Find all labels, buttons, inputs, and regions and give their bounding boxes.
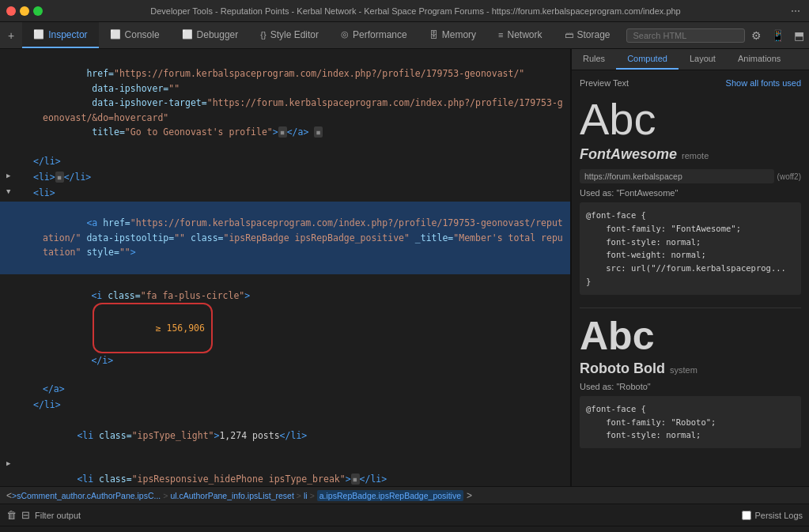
tab-network[interactable]: ≡ Network	[487, 22, 553, 48]
toolbar: + ⬜ Inspector ⬜ Console ⬜ Debugger {} St…	[0, 22, 809, 49]
main-tabs: ⬜ Inspector ⬜ Console ⬜ Debugger {} Styl…	[22, 22, 621, 48]
used-as-1: Used as: "FontAwesome"	[580, 188, 801, 198]
persist-logs-checkbox[interactable]	[742, 511, 751, 520]
font-url-1: https://forum.kerbalspacep	[580, 169, 774, 183]
performance-icon: ◎	[341, 29, 349, 40]
minimize-button[interactable]	[20, 6, 29, 16]
font-preview-1: Abc	[580, 97, 801, 141]
title-bar: Developer Tools - Reputation Points - Ke…	[0, 0, 809, 22]
html-line: ▶ <li>▪</li>	[0, 170, 570, 186]
network-icon: ≡	[498, 30, 503, 40]
tab-layout[interactable]: Layout	[679, 49, 727, 70]
search-input[interactable]	[626, 28, 745, 43]
show-fonts-link[interactable]: Show all fonts used	[726, 78, 801, 88]
window-controls	[6, 6, 43, 16]
font-name-row-1: FontAwesome remote	[580, 146, 801, 164]
debugger-icon: ⬜	[182, 29, 193, 40]
font-face-code-2: @font-face { font-family: "Roboto"; font…	[580, 396, 801, 448]
tab-memory[interactable]: 🗄 Memory	[418, 22, 487, 48]
tab-debugger[interactable]: ⬜ Debugger	[171, 22, 250, 48]
maximize-button[interactable]	[33, 6, 43, 16]
breadcrumb-item-3[interactable]: li	[304, 491, 308, 500]
preview-text-label: Preview Text	[580, 78, 629, 88]
tab-console[interactable]: ⬜ Console	[99, 22, 171, 48]
breadcrumb-forward[interactable]: >	[467, 490, 472, 501]
detach-button[interactable]: ⋯	[788, 6, 803, 17]
breadcrumb-back[interactable]: <	[6, 490, 12, 501]
tab-performance[interactable]: ◎ Performance	[330, 22, 418, 48]
font-url-row-1: https://forum.kerbalspacep (woff2)	[580, 169, 801, 183]
breadcrumb-active[interactable]: a.ipsRepBadge.ipsRepBadge_positive	[317, 490, 463, 501]
tab-style-editor[interactable]: {} Style Editor	[249, 22, 330, 48]
persist-logs-row: Persist Logs	[742, 511, 803, 520]
html-line-highlighted: <a href="https://forum.kerbalspaceprogra…	[0, 202, 570, 274]
console-warning-area: This is a browser feature intended for d…	[0, 526, 809, 532]
reputation-number: ≥ 156,906	[93, 303, 213, 353]
breadcrumb-item-2[interactable]: ul.cAuthorPane_info.ipsList_reset	[170, 491, 293, 500]
main-content: href="https://forum.kerbalspaceprogram.c…	[0, 49, 809, 486]
responsive-button[interactable]: 📱	[768, 28, 788, 43]
html-line: </li>	[0, 154, 570, 170]
html-line-number: <i class="fa fa-plus-circle"> ≥ 156,906 …	[0, 274, 570, 383]
dock-button[interactable]: ⬒	[791, 28, 807, 43]
font-name-1: FontAwesome	[580, 146, 677, 163]
toolbar-left: +	[0, 22, 22, 48]
trash-icon[interactable]: 🗑	[6, 509, 17, 521]
used-as-2: Used as: "Roboto"	[580, 382, 801, 391]
right-panel: Rules Computed Layout Animations Preview…	[572, 49, 809, 486]
breadcrumb-item-1[interactable]: >sComment_author.cAuthorPane.ipsC...	[12, 491, 161, 500]
settings-button[interactable]: ⚙	[748, 28, 765, 43]
font-preview-2: Abc	[580, 316, 801, 356]
font-format-1: (woff2)	[777, 172, 801, 181]
tab-inspector[interactable]: ⬜ Inspector	[22, 22, 98, 48]
style-editor-icon: {}	[260, 30, 266, 40]
inspector-icon: ⬜	[33, 29, 44, 40]
toolbar-right: ⚙ 📱 ⬒ ✕	[622, 22, 809, 48]
storage-icon: 🗃	[565, 30, 573, 40]
breadcrumb: < >sComment_author.cAuthorPane.ipsC... >…	[0, 486, 809, 504]
html-line: </li>	[0, 398, 570, 413]
font-name-row-2: Roboto Bold system	[580, 360, 801, 379]
html-line: href="https://forum.kerbalspaceprogram.c…	[0, 52, 570, 154]
font-panel-header: Preview Text Show all fonts used	[580, 78, 801, 88]
title-bar-text: Developer Tools - Reputation Points - Ke…	[47, 6, 784, 16]
tab-rules[interactable]: Rules	[572, 49, 616, 70]
tab-animations[interactable]: Animations	[727, 49, 792, 70]
html-panel: href="https://forum.kerbalspaceprogram.c…	[0, 49, 571, 486]
tab-computed[interactable]: Computed	[616, 49, 679, 70]
tab-storage[interactable]: 🗃 Storage	[554, 22, 622, 48]
add-tab-button[interactable]: +	[5, 28, 17, 43]
console-footer: 🗑 ⊟ Filter output Persist Logs	[0, 504, 809, 526]
html-line: ▼ <li>	[0, 186, 570, 202]
font-panel: Preview Text Show all fonts used Abc Fon…	[572, 70, 809, 486]
console-icon: ⬜	[110, 29, 121, 40]
html-line: <li class="ipsType_light">1,274 posts</l…	[0, 413, 570, 457]
memory-icon: 🗄	[429, 30, 438, 40]
font-name-2: Roboto Bold	[580, 360, 665, 377]
font-type-2: system	[670, 365, 697, 375]
filter-output-label: Filter output	[35, 511, 81, 520]
persist-logs-label: Persist Logs	[754, 511, 803, 520]
close-button[interactable]	[6, 6, 16, 16]
html-line: ▶ <li class="ipsResponsive_hidePhone ips…	[0, 458, 570, 486]
right-tab-bar: Rules Computed Layout Animations	[572, 49, 809, 70]
font-type-1: remote	[682, 151, 709, 160]
font-divider	[580, 308, 801, 308]
html-line: </a>	[0, 382, 570, 398]
filter-icon[interactable]: ⊟	[21, 509, 30, 521]
font-face-code-1: @font-face { font-family: "FontAwesome";…	[580, 202, 801, 295]
